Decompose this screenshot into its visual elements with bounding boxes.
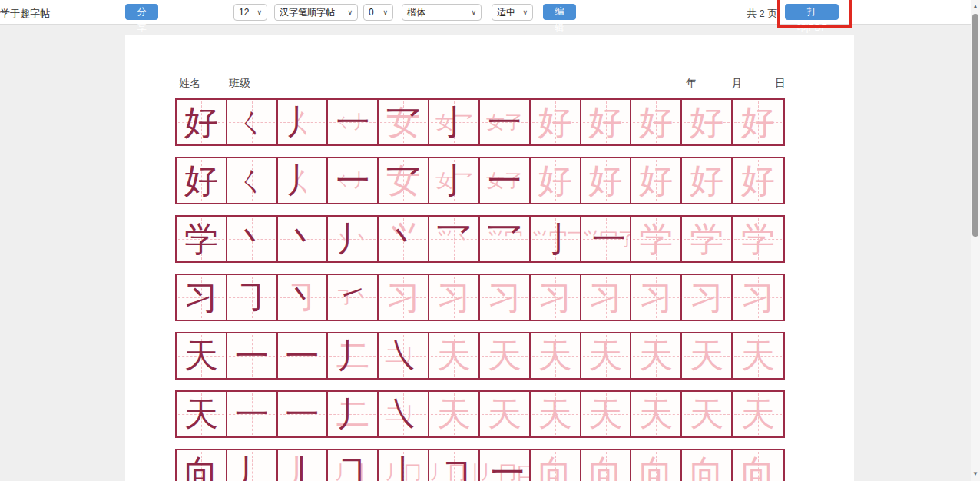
stroke-glyph: 一 bbox=[235, 339, 269, 373]
stroke-glyph: 一 bbox=[488, 105, 521, 139]
stroke-glyph: 天 bbox=[184, 397, 218, 431]
practice-cell: 习 bbox=[379, 275, 429, 320]
practice-cell: 丶丶丿 bbox=[328, 217, 379, 261]
stroke-glyph: 丿 bbox=[336, 339, 369, 373]
stroke-glyph: 一 bbox=[286, 339, 319, 373]
sheet-header: 姓名 班级 年 月 日 bbox=[125, 77, 854, 92]
stroke-glyph: 乛 bbox=[386, 164, 420, 197]
stroke-glyph: ㇏ bbox=[386, 397, 420, 431]
stroke-glyph: 学 bbox=[184, 222, 218, 256]
practice-cell: ⺍冖乛 bbox=[480, 217, 531, 261]
stroke-glyph: ㇆ bbox=[336, 456, 369, 481]
practice-cell: 丿冂丨㇕ bbox=[429, 450, 480, 481]
trace-glyph: 天 bbox=[488, 397, 521, 431]
trace-glyph: 好 bbox=[538, 164, 572, 197]
trace-glyph: 向 bbox=[690, 456, 723, 481]
trace-glyph: 习 bbox=[690, 280, 723, 314]
edit-button[interactable]: 编辑 bbox=[543, 4, 576, 20]
trace-glyph: 天 bbox=[538, 397, 572, 431]
practice-cell: 习 bbox=[531, 275, 581, 320]
trace-glyph: 天 bbox=[639, 397, 673, 431]
trace-glyph: 天 bbox=[488, 339, 521, 373]
practice-cell: 好 bbox=[631, 158, 682, 203]
type-select-value: 汉字笔顺字帖 bbox=[280, 6, 335, 19]
offset-select-value: 0 bbox=[369, 7, 374, 18]
stroke-glyph: 习 bbox=[184, 280, 218, 314]
chevron-down-icon: ∨ bbox=[347, 8, 353, 16]
trace-glyph: 习 bbox=[437, 280, 471, 314]
trace-glyph: 天 bbox=[437, 397, 471, 431]
size-select[interactable]: 12 ∨ bbox=[233, 4, 267, 21]
practice-cell: 丶 bbox=[227, 217, 278, 261]
scroll-up-icon[interactable]: ▲ bbox=[971, 2, 980, 12]
practice-cell: 天 bbox=[682, 333, 733, 378]
trace-glyph: 好 bbox=[639, 164, 673, 197]
practice-cell: ㄑ丿 bbox=[278, 158, 329, 203]
practice-cell: 二丿 bbox=[328, 392, 379, 436]
density-select[interactable]: 适中 ∨ bbox=[492, 4, 533, 21]
stroke-glyph: 丿 bbox=[286, 105, 319, 139]
practice-cell: 习 bbox=[631, 275, 682, 320]
stroke-glyph: 丶 bbox=[286, 222, 319, 256]
stroke-glyph: 一 bbox=[336, 164, 369, 197]
practice-cell: 女乛 bbox=[379, 100, 429, 144]
practice-cell: ㄑ丿一 bbox=[328, 158, 379, 203]
stroke-glyph: 丿 bbox=[235, 456, 269, 481]
class-label: 班级 bbox=[229, 77, 250, 91]
vertical-scrollbar[interactable]: ▲ ▼ bbox=[971, 0, 980, 481]
chevron-down-icon: ∨ bbox=[471, 8, 476, 16]
scrollbar-thumb[interactable] bbox=[972, 14, 978, 237]
trace-glyph: 习 bbox=[538, 280, 572, 314]
character-row-天: 天一一一二丿二丿㇏天天天天天天天 bbox=[175, 390, 785, 438]
scroll-down-icon[interactable]: ▼ bbox=[971, 469, 980, 479]
practice-cell: 学 bbox=[631, 217, 682, 261]
practice-cell: 好 bbox=[531, 158, 581, 203]
practice-cell: 向 bbox=[682, 450, 733, 481]
day-label: 日 bbox=[775, 77, 786, 91]
practice-cell: 天 bbox=[177, 333, 227, 378]
trace-glyph: 好 bbox=[639, 105, 673, 139]
practice-cell: 丿丨 bbox=[278, 450, 329, 481]
practice-cell: 女乛亅 bbox=[429, 158, 480, 203]
type-select[interactable]: 汉字笔顺字帖 ∨ bbox=[274, 4, 358, 21]
stroke-glyph: 丶 bbox=[286, 280, 319, 314]
character-row-习: 习㇆㇆丶㇆丶㇀习习习习习习习习 bbox=[175, 274, 785, 321]
practice-cell: 好 bbox=[177, 100, 227, 144]
practice-cell: 丿冂丨 bbox=[379, 450, 429, 481]
character-row-好: 好ㄑㄑ丿ㄑ丿一女乛女乛亅女了一好好好好好 bbox=[175, 157, 785, 204]
stroke-glyph: 一 bbox=[235, 397, 269, 431]
practice-cell: 好 bbox=[531, 100, 581, 144]
stroke-glyph: 天 bbox=[184, 339, 218, 373]
app-title: 学于趣字帖 bbox=[0, 7, 50, 21]
stroke-glyph: 一 bbox=[592, 222, 626, 256]
stroke-glyph: 亅 bbox=[437, 164, 471, 197]
trace-glyph: 向 bbox=[741, 456, 775, 481]
stroke-glyph: 乛 bbox=[437, 222, 471, 256]
practice-cell: 习 bbox=[581, 275, 632, 320]
practice-cell: 学 bbox=[682, 217, 733, 261]
character-row-好: 好ㄑㄑ丿ㄑ丿一女乛女乛亅女了一好好好好好 bbox=[175, 98, 785, 146]
practice-cell: 习 bbox=[682, 275, 733, 320]
offset-select[interactable]: 0 ∨ bbox=[363, 4, 393, 21]
trace-glyph: 好 bbox=[538, 105, 572, 139]
page-count: 共 2 页 bbox=[747, 7, 777, 21]
practice-cell: 二丿㇏ bbox=[379, 333, 429, 378]
practice-cell: 丿 bbox=[227, 450, 278, 481]
practice-cell: 好 bbox=[682, 100, 733, 144]
practice-cell: 学 bbox=[177, 217, 227, 261]
trace-glyph: 习 bbox=[488, 280, 521, 314]
practice-cell: 天 bbox=[631, 392, 682, 436]
practice-cell: ㇆丶 bbox=[278, 275, 329, 320]
trace-glyph: 好 bbox=[741, 105, 775, 139]
practice-cell: ⺍丶 bbox=[379, 217, 429, 261]
stroke-glyph: 亅 bbox=[437, 105, 471, 139]
practice-cell: ⺍丶乛 bbox=[429, 217, 480, 261]
practice-cell: ㇆ bbox=[227, 275, 278, 320]
print-pdf-button[interactable]: 打印|PDF bbox=[785, 4, 839, 20]
practice-cell: 习 bbox=[429, 275, 480, 320]
chevron-down-icon: ∨ bbox=[522, 8, 528, 16]
font-select[interactable]: 楷体 ∨ bbox=[402, 4, 482, 21]
practice-cell: 好 bbox=[682, 158, 733, 203]
practice-cell: 女乛 bbox=[379, 158, 429, 203]
share-button[interactable]: 分享 bbox=[125, 4, 158, 20]
